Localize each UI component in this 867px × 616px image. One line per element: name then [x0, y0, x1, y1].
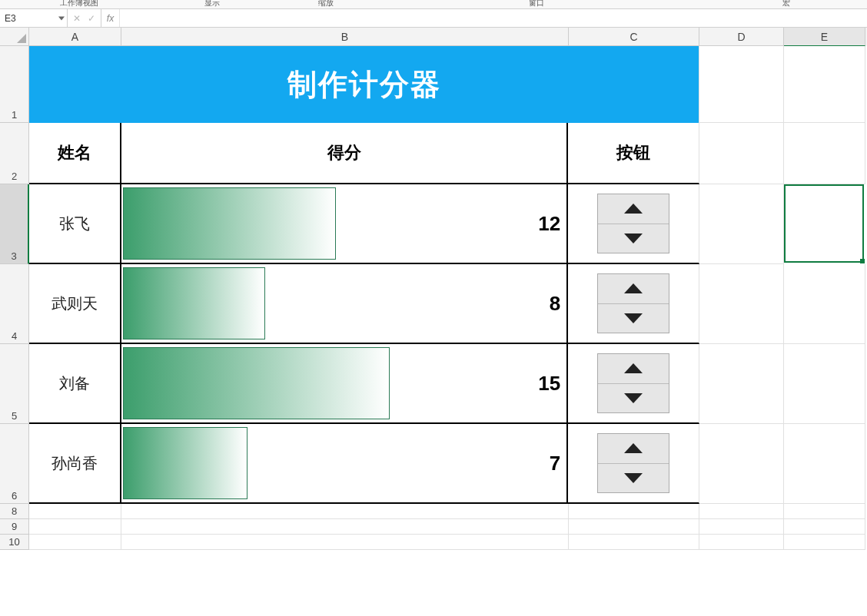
- score-cell[interactable]: 8: [121, 264, 568, 343]
- button-cell: [568, 184, 699, 263]
- cell-A10[interactable]: [29, 535, 121, 550]
- cell-D3[interactable]: [699, 184, 784, 264]
- fx-label[interactable]: fx: [101, 9, 120, 27]
- cell-D1[interactable]: [699, 46, 784, 123]
- spin-up-button[interactable]: [598, 274, 669, 304]
- triangle-down-icon: [624, 393, 643, 403]
- cell-E4[interactable]: [784, 264, 865, 344]
- formula-input[interactable]: [120, 9, 867, 27]
- column-header-E[interactable]: E: [784, 28, 865, 46]
- triangle-down-icon: [624, 313, 643, 323]
- cell-C8[interactable]: [569, 504, 699, 519]
- spin-up-button[interactable]: [598, 434, 669, 464]
- cell-E6[interactable]: [784, 424, 865, 504]
- row-header-9[interactable]: 9: [0, 519, 29, 535]
- cells-area[interactable]: 制作计分器 姓名 得分 按钮 张飞 12: [29, 46, 867, 550]
- row-header-4[interactable]: 4: [0, 264, 29, 344]
- score-value: 7: [550, 452, 560, 475]
- button-cell: [568, 344, 699, 422]
- cell-D5[interactable]: [699, 344, 784, 424]
- row-header-10[interactable]: 10: [0, 535, 29, 550]
- active-cell-selection: [784, 184, 864, 263]
- cell-A8[interactable]: [29, 504, 121, 519]
- triangle-up-icon: [624, 283, 643, 293]
- button-cell: [568, 424, 699, 502]
- row-header-1[interactable]: 1: [0, 46, 29, 123]
- spin-down-button[interactable]: [598, 304, 669, 333]
- cell-D10[interactable]: [699, 535, 784, 550]
- cell-D9[interactable]: [699, 519, 784, 535]
- cancel-icon[interactable]: ✕: [73, 14, 81, 23]
- name-cell[interactable]: 刘备: [29, 344, 121, 422]
- spin-down-button[interactable]: [598, 384, 669, 413]
- data-bar: [123, 427, 247, 499]
- ribbon-group-strip: 工作簿视图 显示 缩放 窗口 宏: [0, 0, 867, 9]
- triangle-up-icon: [624, 204, 643, 214]
- ribbon-group-label: 工作簿视图: [60, 0, 98, 8]
- cell-D2[interactable]: [699, 123, 784, 184]
- score-value: 8: [550, 292, 560, 316]
- score-spinner: [597, 353, 669, 413]
- select-all-corner[interactable]: [0, 28, 29, 46]
- triangle-up-icon: [624, 363, 643, 373]
- score-cell[interactable]: 12: [121, 184, 568, 263]
- cell-E10[interactable]: [784, 535, 865, 550]
- score-row: 孙尚香 7: [29, 424, 699, 504]
- header-name[interactable]: 姓名: [29, 123, 121, 183]
- column-header-row: A B C D E: [0, 28, 867, 46]
- spin-down-button[interactable]: [598, 464, 669, 493]
- column-header-D[interactable]: D: [699, 28, 784, 46]
- cell-E1[interactable]: [784, 46, 865, 123]
- score-cell[interactable]: 7: [121, 424, 568, 502]
- header-button[interactable]: 按钮: [568, 123, 699, 183]
- triangle-up-icon: [624, 443, 643, 453]
- row-header-3[interactable]: 3: [0, 184, 29, 264]
- data-bar: [123, 187, 336, 260]
- cell-E2[interactable]: [784, 123, 865, 184]
- cell-D8[interactable]: [699, 504, 784, 519]
- score-cell[interactable]: 15: [121, 344, 568, 422]
- data-bar: [123, 267, 265, 339]
- row-header-5[interactable]: 5: [0, 344, 29, 424]
- cell-E9[interactable]: [784, 519, 865, 535]
- row-header-8[interactable]: 8: [0, 504, 29, 519]
- worksheet[interactable]: A B C D E 1 2 3 4 5 6 8 9 10: [0, 28, 867, 550]
- ribbon-group-label: 窗口: [529, 0, 544, 8]
- score-row: 刘备 15: [29, 344, 699, 424]
- scoreboard: 制作计分器 姓名 得分 按钮 张飞 12: [29, 46, 699, 504]
- column-header-B[interactable]: B: [121, 28, 569, 46]
- cell-D4[interactable]: [699, 264, 784, 344]
- chevron-down-icon[interactable]: [58, 16, 65, 20]
- cell-E5[interactable]: [784, 344, 865, 424]
- cell-E8[interactable]: [784, 504, 865, 519]
- confirm-icon[interactable]: ✓: [88, 14, 95, 23]
- column-header-A[interactable]: A: [29, 28, 121, 46]
- cell-B9[interactable]: [121, 519, 569, 535]
- row-header-6[interactable]: 6: [0, 424, 29, 504]
- name-cell[interactable]: 张飞: [29, 184, 121, 263]
- name-cell[interactable]: 武则天: [29, 264, 121, 343]
- spin-down-button[interactable]: [598, 224, 669, 253]
- header-score[interactable]: 得分: [121, 123, 568, 183]
- cell-D6[interactable]: [699, 424, 784, 504]
- spin-up-button[interactable]: [598, 194, 669, 224]
- score-spinner: [597, 194, 669, 253]
- ribbon-group-label: 宏: [782, 0, 790, 8]
- triangle-down-icon: [624, 233, 643, 243]
- score-spinner: [597, 433, 669, 493]
- score-value: 15: [538, 372, 560, 396]
- row-header-2[interactable]: 2: [0, 123, 29, 184]
- spin-up-button[interactable]: [598, 354, 669, 384]
- cell-B10[interactable]: [121, 535, 569, 550]
- formula-bar: E3 ✕ ✓ fx: [0, 9, 867, 28]
- cell-B8[interactable]: [121, 504, 569, 519]
- board-title[interactable]: 制作计分器: [29, 46, 699, 123]
- name-cell[interactable]: 孙尚香: [29, 424, 121, 502]
- cell-C9[interactable]: [569, 519, 699, 535]
- cell-C10[interactable]: [569, 535, 699, 550]
- fill-handle[interactable]: [860, 259, 865, 263]
- column-header-C[interactable]: C: [569, 28, 699, 46]
- score-value: 12: [538, 212, 560, 236]
- cell-A9[interactable]: [29, 519, 121, 535]
- name-box[interactable]: E3: [0, 9, 68, 27]
